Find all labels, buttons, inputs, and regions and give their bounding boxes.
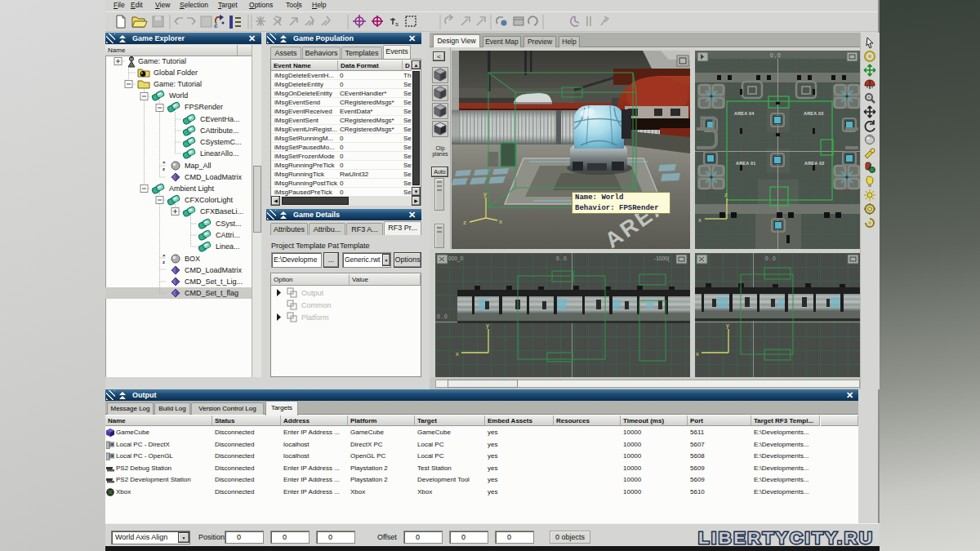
svg-text:-1000(: -1000( — [654, 256, 670, 262]
svg-text:AREA 02: AREA 02 — [804, 161, 824, 166]
svg-text:x: x — [499, 218, 502, 225]
svg-text:x: x — [456, 350, 459, 358]
svg-text:AREA 01: AREA 01 — [736, 161, 755, 166]
svg-text:s: s — [395, 20, 399, 28]
svg-text:LIBERTYCITY.RU: LIBERTYCITY.RU — [698, 528, 872, 547]
svg-text:0 . 0: 0 . 0 — [437, 313, 448, 319]
svg-text:0 . 0: 0 . 0 — [765, 256, 776, 261]
svg-text:000_0: 000_0 — [448, 256, 463, 262]
svg-text:x: x — [696, 350, 699, 358]
svg-text:AREA 04: AREA 04 — [734, 111, 755, 116]
svg-text:y: y — [483, 190, 487, 198]
svg-text:AREA 03: AREA 03 — [804, 111, 823, 116]
svg-text:z: z — [724, 191, 728, 198]
svg-text:z: z — [463, 219, 466, 226]
svg-text:y: y — [486, 322, 489, 329]
svg-text:×: × — [163, 253, 166, 258]
svg-text:c: c — [214, 22, 218, 29]
svg-text:0 , 0: 0 , 0 — [770, 52, 781, 58]
svg-text:0 . 0: 0 . 0 — [556, 256, 567, 261]
svg-text:y: y — [726, 322, 729, 329]
svg-text:x: x — [698, 216, 702, 224]
svg-text:×: × — [163, 160, 166, 165]
svg-text:z: z — [163, 260, 165, 264]
svg-text:z: z — [163, 167, 165, 171]
